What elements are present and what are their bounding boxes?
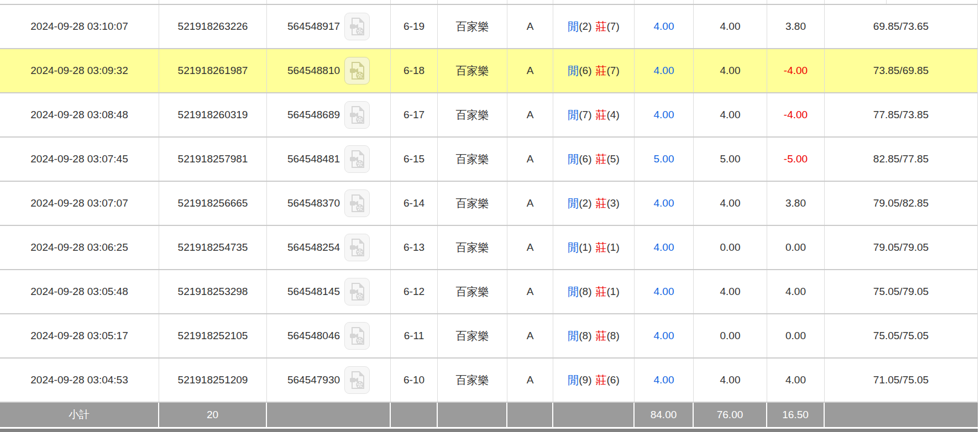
table-body: 2024-09-28 03:10:07 521918263226 5645489…: [0, 5, 980, 403]
video-replay-button[interactable]: [344, 57, 370, 85]
balance-cell: 79.05/79.05: [825, 226, 978, 269]
player-result-label: 閒: [568, 19, 579, 34]
table-name-cell: A: [507, 359, 553, 402]
player-result-label: 閒: [568, 108, 579, 123]
shoe-round-cell: 6-11: [391, 314, 438, 357]
result-cell: 閒(7) 莊(4): [553, 93, 635, 136]
banker-score: (8): [607, 330, 620, 342]
result-cell: 閒(2) 莊(3): [553, 182, 635, 225]
bet-amount-cell: 4.00: [635, 314, 694, 357]
player-score: (8): [579, 286, 591, 298]
valid-bet-cell: 4.00: [694, 49, 767, 92]
game-type-cell: 百家樂: [438, 49, 507, 92]
partial-cell: [635, 0, 694, 4]
game-type-cell: 百家樂: [438, 270, 507, 313]
video-replay-button[interactable]: [344, 101, 370, 129]
valid-bet-cell: 4.00: [694, 5, 767, 48]
bet-time-cell: 2024-09-28 03:06:25: [0, 226, 159, 269]
shoe-round-cell: 6-12: [391, 270, 438, 313]
table-name-cell: A: [507, 5, 553, 48]
partial-cell: [767, 0, 825, 4]
table-row[interactable]: 2024-09-28 03:09:32 521918261987 5645488…: [0, 49, 978, 93]
table-row[interactable]: 2024-09-28 03:05:48 521918253298 5645481…: [0, 270, 978, 314]
valid-bet-cell: 4.00: [694, 182, 767, 225]
table-row[interactable]: 2024-09-28 03:05:17 521918252105 5645480…: [0, 314, 978, 359]
banker-result-label: 莊: [596, 329, 607, 344]
player-score: (9): [579, 374, 591, 386]
banker-result-label: 莊: [596, 373, 607, 388]
table-name-cell: A: [507, 182, 553, 225]
game-type-cell: 百家樂: [438, 93, 507, 136]
balance-cell: 82.85/77.85: [825, 138, 978, 181]
shoe-round-cell: 6-18: [391, 49, 438, 92]
video-replay-button[interactable]: [344, 13, 370, 40]
game-type-cell: 百家樂: [438, 359, 507, 402]
bet-amount-cell: 4.00: [635, 226, 694, 269]
bet-id-cell: 521918254735: [159, 226, 267, 269]
partial-cell-divider: [886, 0, 887, 4]
win-loss-cell: 0.00: [767, 226, 825, 269]
banker-score: (1): [607, 241, 620, 254]
table-row[interactable]: 2024-09-28 03:10:07 521918263226 5645489…: [0, 5, 978, 49]
player-score: (1): [579, 241, 591, 254]
result-cell: 閒(8) 莊(1): [553, 270, 635, 313]
video-replay-button[interactable]: [344, 234, 370, 261]
player-score: (6): [579, 153, 591, 165]
player-result-label: 閒: [568, 64, 579, 78]
video-replay-button[interactable]: [344, 278, 370, 305]
video-record-icon: [349, 61, 365, 80]
table-row[interactable]: 2024-09-28 03:07:07 521918256665 5645483…: [0, 182, 978, 226]
shoe-round-cell: 6-15: [391, 138, 438, 181]
round-id-cell: 564548481: [267, 138, 391, 181]
subtotal-empty-cell: [825, 403, 978, 427]
video-replay-button[interactable]: [344, 189, 370, 217]
win-loss-cell: 4.00: [767, 270, 825, 313]
banker-score: (6): [607, 374, 620, 386]
win-loss-cell: -5.00: [767, 138, 825, 181]
win-loss-cell: 3.80: [767, 182, 825, 225]
video-replay-button[interactable]: [344, 366, 370, 394]
table-row[interactable]: 2024-09-28 03:08:48 521918260319 5645486…: [0, 93, 978, 138]
subtotal-empty-cell: [267, 403, 391, 427]
shoe-round-cell: 6-14: [391, 182, 438, 225]
valid-bet-cell: 0.00: [694, 314, 767, 357]
video-replay-button[interactable]: [344, 322, 370, 350]
table-name-cell: A: [507, 49, 553, 92]
table-row[interactable]: 2024-09-28 03:06:25 521918254735 5645482…: [0, 226, 978, 270]
round-id-cell: 564548370: [267, 182, 391, 225]
banker-result-label: 莊: [596, 240, 607, 255]
balance-cell: 75.05/75.05: [825, 314, 978, 357]
table-row[interactable]: 2024-09-28 03:04:53 521918251209 5645479…: [0, 359, 978, 403]
round-id-cell: 564548046: [267, 314, 391, 357]
subtotal-bet-amount: 84.00: [635, 403, 694, 427]
round-id-cell: 564548254: [267, 226, 391, 269]
game-type-cell: 百家樂: [438, 5, 507, 48]
balance-cell: 77.85/73.85: [825, 93, 978, 136]
bet-id-cell: 521918256665: [159, 182, 267, 225]
subtotal-row: 小計 20 84.00 76.00 16.50: [0, 403, 978, 427]
player-result-label: 閒: [568, 196, 579, 211]
player-score: (8): [579, 330, 591, 342]
bet-time-cell: 2024-09-28 03:04:53: [0, 359, 159, 402]
result-cell: 閒(6) 莊(7): [553, 49, 635, 92]
round-id: 564548481: [287, 153, 340, 165]
bet-amount-cell: 4.00: [635, 182, 694, 225]
valid-bet-cell: 4.00: [694, 270, 767, 313]
banker-score: (7): [607, 65, 620, 77]
banker-result-label: 莊: [596, 196, 607, 211]
subtotal-empty-cell: [507, 403, 553, 427]
partial-cell: [267, 0, 391, 4]
partial-cell: [159, 0, 267, 4]
round-id-cell: 564547930: [267, 359, 391, 402]
round-id-cell: 564548145: [267, 270, 391, 313]
round-id-cell: 564548917: [267, 5, 391, 48]
balance-cell: 71.05/75.05: [825, 359, 978, 402]
bet-amount-cell: 4.00: [635, 5, 694, 48]
partial-cell: [507, 0, 553, 4]
round-id: 564548046: [287, 330, 340, 342]
subtotal-count: 20: [159, 403, 267, 427]
shoe-round-cell: 6-19: [391, 5, 438, 48]
partial-cell: [694, 0, 767, 4]
video-replay-button[interactable]: [344, 145, 370, 173]
table-row[interactable]: 2024-09-28 03:07:45 521918257981 5645484…: [0, 138, 978, 182]
